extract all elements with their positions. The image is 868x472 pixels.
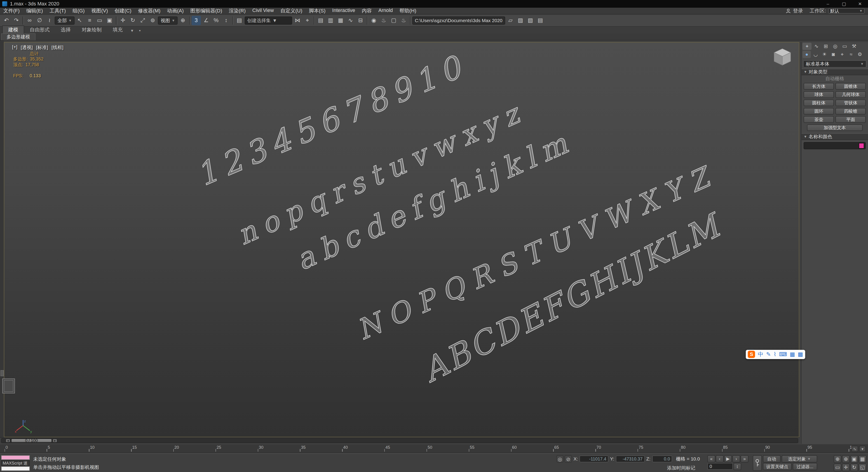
time-slider-handle[interactable]: 0 / 100 bbox=[11, 439, 52, 442]
menu-item-8[interactable]: 图形编辑器(D) bbox=[187, 7, 225, 14]
rectangular-selection-region-icon[interactable]: ▭ bbox=[95, 16, 104, 25]
spinner-snap-icon[interactable]: ↕ bbox=[221, 16, 231, 25]
window-crossing-icon[interactable]: ▣ bbox=[105, 16, 114, 25]
go-to-start-icon[interactable]: « bbox=[707, 455, 715, 463]
rendered-frame-window-icon[interactable]: ▢ bbox=[389, 16, 399, 25]
menu-item-3[interactable]: 组(G) bbox=[69, 7, 88, 14]
autogrid-checkbox[interactable]: 自动栅格 bbox=[802, 75, 868, 82]
menu-item-6[interactable]: 修改器(M) bbox=[135, 7, 164, 14]
menu-item-0[interactable]: 文件(F) bbox=[0, 7, 23, 14]
motion-tab-icon[interactable]: ◎ bbox=[831, 43, 840, 50]
current-frame-field[interactable]: 0 bbox=[707, 463, 733, 470]
add-time-tag-button[interactable]: 添加时间标记 bbox=[667, 465, 695, 471]
project-folder-icon[interactable]: ▱ bbox=[506, 16, 515, 25]
select-and-rotate-icon[interactable]: ↻ bbox=[128, 16, 137, 25]
ribbon-tab-1[interactable]: 自由形式 bbox=[24, 26, 55, 34]
go-to-end-icon[interactable]: » bbox=[741, 455, 748, 463]
utilities-tab-icon[interactable]: ⚒ bbox=[850, 43, 859, 50]
name-color-rollout-header[interactable]: ▼ 名称和颜色 bbox=[802, 133, 868, 140]
primitive-category-dropdown[interactable]: 标准基本体 ▼ bbox=[803, 60, 866, 67]
primitive-button-3[interactable]: 几何球体 bbox=[835, 91, 866, 98]
material-editor-icon[interactable]: ◉ bbox=[369, 16, 379, 25]
object-type-rollout-header[interactable]: ▼ 对象类型 bbox=[802, 69, 868, 75]
track-bar-filter-icon[interactable]: ▾ bbox=[859, 446, 866, 452]
project-folder-dropdown[interactable]: C:\Users\sgzxz\Documents\3ds Max 2020▼ bbox=[412, 17, 505, 25]
auto-key-button[interactable]: 自动 bbox=[763, 455, 781, 463]
share-icon[interactable]: ▤ bbox=[536, 16, 545, 25]
modify-tab-icon[interactable]: ∿ bbox=[812, 43, 821, 50]
select-and-place-icon[interactable]: ⊚ bbox=[148, 16, 157, 25]
select-by-name-icon[interactable]: ≡ bbox=[85, 16, 94, 25]
ribbon-toggle-icon[interactable]: ▦ bbox=[336, 16, 345, 25]
menu-item-12[interactable]: 脚本(S) bbox=[306, 7, 329, 14]
spacewarps-category-icon[interactable]: ≈ bbox=[847, 51, 855, 58]
minimize-button[interactable]: – bbox=[820, 0, 836, 8]
maximize-button[interactable]: ▢ bbox=[836, 0, 852, 8]
play-icon[interactable]: ▶ bbox=[724, 455, 732, 463]
layer-explorer-icon[interactable]: ▥ bbox=[326, 16, 336, 25]
primitive-button-10[interactable]: 加强型文本 bbox=[807, 124, 863, 131]
unlink-selection-icon[interactable]: ∅ bbox=[35, 16, 44, 25]
menu-item-4[interactable]: 视图(V) bbox=[88, 7, 111, 14]
coord-y-field[interactable]: -47310.37 bbox=[616, 455, 645, 462]
ime-toolbar[interactable]: S 中✎⌇⌨▦▩ bbox=[746, 350, 805, 359]
maximize-viewport-icon[interactable]: ◱ bbox=[859, 464, 866, 471]
render-setup-icon[interactable]: ♨ bbox=[379, 16, 389, 25]
primitive-button-4[interactable]: 圆柱体 bbox=[804, 100, 834, 106]
export-icon[interactable]: ▧ bbox=[526, 16, 535, 25]
next-frame-nub[interactable]: ▸ bbox=[53, 439, 57, 442]
previous-frame-icon[interactable]: ‹ bbox=[716, 455, 723, 463]
helpers-category-icon[interactable]: ⌖ bbox=[838, 51, 846, 58]
object-color-swatch[interactable] bbox=[859, 143, 864, 149]
reference-coordinate-dropdown[interactable]: 视图▼ bbox=[158, 17, 178, 25]
zoom-extents-all-icon[interactable]: ▦ bbox=[859, 455, 866, 463]
ribbon-config-icon[interactable]: ▪ bbox=[136, 28, 144, 34]
maxscript-listener-field[interactable] bbox=[1, 466, 30, 471]
import-icon[interactable]: ▨ bbox=[516, 16, 525, 25]
orbit-icon[interactable]: ↻ bbox=[850, 464, 858, 471]
workspace-dropdown[interactable]: 默认 ▼ bbox=[828, 8, 865, 14]
hierarchy-tab-icon[interactable]: ⊞ bbox=[822, 43, 830, 50]
pan-icon[interactable]: ✛ bbox=[842, 464, 850, 471]
next-frame-icon[interactable]: › bbox=[733, 455, 740, 463]
zoom-extents-icon[interactable]: ▣ bbox=[850, 455, 858, 463]
menu-item-2[interactable]: 工具(T) bbox=[46, 7, 69, 14]
primitive-button-8[interactable]: 茶壶 bbox=[804, 116, 834, 123]
primitive-button-9[interactable]: 平面 bbox=[835, 116, 866, 123]
macro-recorder-field[interactable] bbox=[1, 455, 30, 460]
menu-item-10[interactable]: Civil View bbox=[249, 7, 277, 14]
percent-snap-icon[interactable]: % bbox=[212, 16, 221, 25]
angle-snap-icon[interactable]: ∠ bbox=[202, 16, 211, 25]
zoom-icon[interactable]: ⊕ bbox=[834, 455, 841, 463]
ribbon-tab-3[interactable]: 对象绘制 bbox=[76, 26, 107, 34]
snaps-toggle-icon[interactable]: 3 bbox=[192, 16, 201, 25]
wireframe-text-row-0[interactable]: 12345678910 bbox=[191, 47, 472, 193]
sogou-logo-icon[interactable]: S bbox=[748, 351, 755, 358]
menu-item-15[interactable]: Arnold bbox=[375, 7, 396, 14]
menu-item-13[interactable]: Interactive bbox=[329, 7, 359, 14]
isolate-selection-icon[interactable]: ◎ bbox=[556, 455, 564, 463]
coord-x-field[interactable]: -11017.4 bbox=[580, 455, 608, 462]
schematic-view-icon[interactable]: ⊟ bbox=[356, 16, 365, 25]
coord-z-field[interactable]: 0.0 bbox=[652, 455, 672, 462]
select-and-link-icon[interactable]: ∞ bbox=[25, 16, 34, 25]
bind-to-space-warp-icon[interactable]: ≀ bbox=[45, 16, 54, 25]
selected-objects-dropdown[interactable]: 选定对象 ▼ bbox=[782, 455, 817, 463]
toolbox-icon[interactable]: ▦ bbox=[790, 350, 795, 358]
open-mini-curve-editor-icon[interactable]: ∿ bbox=[851, 446, 858, 452]
select-object-icon[interactable]: ↖ bbox=[75, 16, 85, 25]
frame-spinner-icon[interactable]: ↕ bbox=[734, 463, 741, 470]
primitive-button-5[interactable]: 管状体 bbox=[835, 100, 866, 106]
menu-item-1[interactable]: 编辑(E) bbox=[23, 7, 46, 14]
primitive-button-7[interactable]: 四棱锥 bbox=[835, 108, 866, 115]
previous-frame-nub[interactable]: ◂ bbox=[5, 439, 10, 442]
viewport-menu-shading[interactable]: [线框] bbox=[52, 44, 63, 51]
selection-filter-dropdown[interactable]: 全部▼ bbox=[55, 17, 74, 25]
field-of-view-icon[interactable]: ▭ bbox=[834, 464, 841, 471]
redo-icon[interactable]: ↷ bbox=[11, 16, 21, 25]
primitive-button-0[interactable]: 长方体 bbox=[804, 83, 834, 89]
display-tab-icon[interactable]: ▭ bbox=[840, 43, 849, 50]
named-selection-set-field[interactable]: 创建选择集▼ bbox=[245, 17, 292, 25]
primitive-button-6[interactable]: 圆环 bbox=[804, 108, 834, 115]
set-key-button[interactable]: 设置关键点 bbox=[763, 463, 792, 470]
